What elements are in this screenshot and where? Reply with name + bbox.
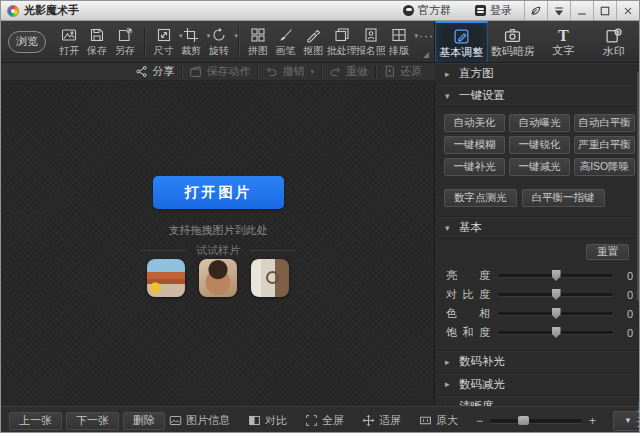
actual-size-button[interactable]: 原大 — [419, 413, 458, 428]
one-click-blur-button[interactable]: 一键模糊 — [444, 136, 505, 154]
section-clarity[interactable]: ▸ 清晰度 — [436, 396, 640, 406]
login-link[interactable]: 登录 — [463, 1, 524, 20]
rotate-dropdown-icon[interactable]: ▾ — [234, 32, 238, 40]
id-photo-button[interactable]: 报名照 — [356, 27, 385, 56]
chevron-down-icon: ▾ — [445, 91, 453, 101]
id-photo-icon — [363, 27, 379, 43]
hue-slider[interactable] — [498, 312, 613, 315]
login-label: 登录 — [490, 3, 512, 18]
collage-button[interactable]: 拼图 — [244, 27, 272, 56]
white-balance-one-touch-button[interactable]: 白平衡一指键 — [522, 189, 605, 207]
slider-thumb[interactable] — [552, 289, 561, 300]
chevron-down-icon: ▾ — [445, 223, 453, 233]
previous-image-button[interactable]: 上一张 — [9, 412, 62, 430]
maximize-icon — [599, 5, 611, 17]
brightness-slider[interactable] — [498, 274, 613, 277]
tab-digital-darkroom[interactable]: 数码暗房 — [488, 21, 539, 62]
open-image-button[interactable]: 打开图片 — [153, 176, 284, 209]
fullscreen-button[interactable]: 全屏 — [305, 413, 344, 428]
fit-screen-button[interactable]: 适屏 — [362, 413, 401, 428]
reset-button[interactable]: 重置 — [586, 244, 629, 260]
panel-tabs: 基本调整 数码暗房 T 文字 水印 — [435, 21, 639, 62]
auto-beautify-button[interactable]: 自动美化 — [444, 114, 505, 132]
zoom-in-button[interactable]: + — [589, 414, 596, 428]
slider-thumb[interactable] — [552, 327, 561, 338]
high-iso-denoise-button[interactable]: 高ISO降噪 — [574, 158, 635, 176]
tab-watermark[interactable]: 水印 — [589, 21, 640, 62]
contrast-slider[interactable] — [498, 293, 613, 296]
save-as-button[interactable]: 另存 — [111, 27, 139, 56]
save-action-button[interactable]: 保存动作 — [182, 64, 257, 79]
save-button[interactable]: 保存 — [83, 27, 111, 56]
toolbar-expand-corner-icon[interactable] — [423, 52, 429, 58]
share-button[interactable]: 分享 — [128, 64, 181, 79]
auto-white-balance-button[interactable]: 自动白平衡 — [574, 114, 635, 132]
open-button[interactable]: 打开 — [55, 27, 83, 56]
tab-basic-adjust[interactable]: 基本调整 — [435, 21, 488, 62]
hue-value: 0 — [621, 308, 633, 320]
section-histogram[interactable]: ▸ 直方图 — [436, 63, 640, 85]
canvas-area[interactable]: 打开图片 支持拖拽图片到此处 试试样片 — [1, 82, 435, 406]
sample-desk-flatlay-thumbnail[interactable] — [251, 259, 289, 297]
brightness-slider-row: 亮度 0 — [446, 266, 633, 285]
reset-row: 重置 — [436, 239, 640, 262]
window-controls — [524, 1, 639, 20]
basic-adjust-icon — [453, 28, 470, 45]
delete-image-button[interactable]: 删除 — [123, 412, 165, 430]
crop-button[interactable]: 裁剪 ▾ — [177, 27, 205, 56]
expand-tray-button[interactable]: ▼ 展开(0) — [613, 411, 640, 431]
undo-button[interactable]: 撤销 ▾ — [258, 64, 321, 79]
sample-desert-road-thumbnail[interactable] — [147, 259, 185, 297]
titlebar-right: 官方群 登录 — [391, 1, 639, 20]
cutout-button[interactable]: 抠图 — [299, 27, 327, 56]
tab-text[interactable]: T 文字 — [538, 21, 589, 62]
image-info-toggle[interactable]: 图片信息 — [169, 413, 230, 428]
zoom-slider-thumb[interactable] — [518, 416, 529, 425]
maximize-button[interactable] — [593, 1, 616, 20]
redo-button[interactable]: 重做 — [322, 64, 375, 79]
brightness-value: 0 — [621, 270, 633, 282]
one-click-dim-button[interactable]: 一键减光 — [509, 158, 570, 176]
skin-icon — [530, 5, 542, 17]
undo-dropdown-icon[interactable]: ▾ — [310, 68, 314, 76]
brush-button[interactable]: 画笔 — [272, 27, 300, 56]
minimize-icon — [576, 5, 588, 17]
batch-process-button[interactable]: 批处理 — [327, 27, 356, 56]
browse-button[interactable]: 浏览 — [8, 31, 46, 53]
severe-white-balance-button[interactable]: 严重白平衡 — [574, 136, 635, 154]
layout-button[interactable]: 排版 ▾ — [385, 27, 413, 56]
section-one-click-settings[interactable]: ▾ 一键设置 — [436, 85, 640, 107]
sample-portrait-thumbnail[interactable] — [199, 259, 237, 297]
digital-spot-metering-button[interactable]: 数字点测光 — [444, 189, 517, 207]
compare-toggle[interactable]: 对比 — [248, 413, 287, 428]
slider-thumb[interactable] — [552, 270, 561, 281]
titlebar: 光影魔术手 官方群 登录 — [1, 1, 639, 21]
auto-exposure-button[interactable]: 自动曝光 — [509, 114, 570, 132]
triangle-down-icon: ▼ — [624, 416, 632, 425]
section-basic[interactable]: ▾ 基本 — [436, 217, 640, 239]
one-click-fill-light-button[interactable]: 一键补光 — [444, 158, 505, 176]
restore-button[interactable]: 还原 — [376, 64, 429, 79]
zoom-out-button[interactable]: − — [476, 414, 483, 428]
close-button[interactable] — [616, 1, 639, 20]
section-digital-dim-light[interactable]: ▸ 数码减光 — [436, 374, 640, 397]
layout-dropdown-icon[interactable]: ▾ — [414, 32, 418, 40]
menu-button[interactable] — [547, 1, 570, 20]
slider-thumb[interactable] — [552, 308, 561, 319]
section-digital-fill-light[interactable]: ▸ 数码补光 — [436, 351, 640, 374]
minimize-button[interactable] — [570, 1, 593, 20]
skin-button[interactable] — [524, 1, 547, 20]
saturation-slider[interactable] — [498, 331, 613, 334]
more-tools-button[interactable]: ··· — [419, 29, 434, 43]
app-logo-icon — [7, 5, 19, 17]
resize-button[interactable]: 尺寸 ▾ — [150, 27, 178, 56]
app-title: 光影魔术手 — [24, 3, 79, 18]
next-image-button[interactable]: 下一张 — [66, 412, 119, 430]
chevron-right-icon: ▸ — [445, 379, 453, 389]
official-group-link[interactable]: 官方群 — [391, 1, 463, 20]
zoom-slider[interactable] — [490, 419, 582, 423]
one-click-sharpen-button[interactable]: 一键锐化 — [509, 136, 570, 154]
saturation-slider-row: 饱和度 0 — [446, 323, 633, 342]
redo-icon — [329, 65, 342, 78]
rotate-button[interactable]: 旋转 ▾ — [205, 27, 233, 56]
